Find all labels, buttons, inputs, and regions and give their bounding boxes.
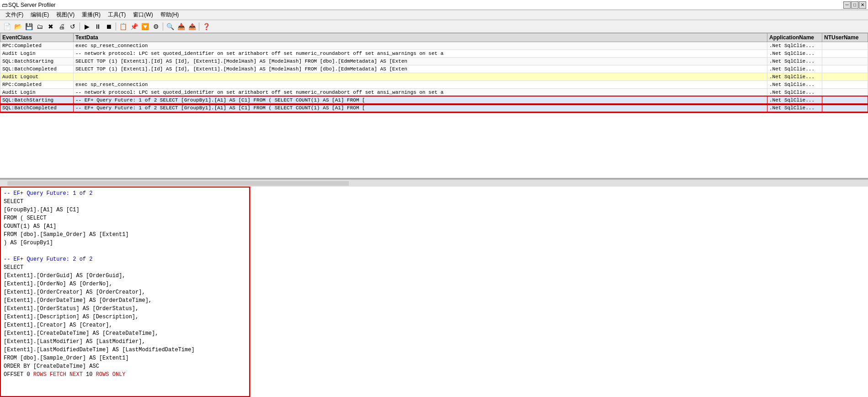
title-controls: ─ □ ✕ xyxy=(843,1,866,9)
toolbar: 📄 📂 💾 🗂 ✖ 🖨 ↺ ▶ ⏸ ⏹ 📋 📌 🔽 ⚙ 🔍 📥 📤 ❓ xyxy=(0,20,868,33)
cell-app: .Net SqlClie... xyxy=(767,50,822,58)
menu-edit[interactable]: 编辑(E) xyxy=(27,10,53,20)
minimize-button[interactable]: ─ xyxy=(843,1,851,9)
cell-nt xyxy=(822,50,868,58)
cell-text: SELECT TOP (1) [Extent1].[Id] AS [Id], [… xyxy=(74,65,767,73)
help-button[interactable]: ❓ xyxy=(201,21,211,32)
lower-panel: -- EF+ Query Future: 1 of 2SELECT [Group… xyxy=(0,187,868,397)
cell-app: .Net SqlClie... xyxy=(767,58,822,65)
cell-text: -- network protocol: LPC set quoted_iden… xyxy=(74,50,767,58)
cell-text: exec sp_reset_connection xyxy=(74,81,767,89)
cell-text: -- network protocol: LPC set quoted_iden… xyxy=(74,89,767,97)
table-row[interactable]: Audit Logout.Net SqlClie... xyxy=(0,73,868,81)
copy-button[interactable]: 📋 xyxy=(118,21,128,32)
menu-help[interactable]: 帮助(H) xyxy=(157,10,183,20)
open-button[interactable]: 📂 xyxy=(13,21,23,32)
col-header-event: EventClass xyxy=(0,33,74,42)
stop-button[interactable]: ⏹ xyxy=(104,21,114,32)
cell-event: SQL:BatchStarting xyxy=(0,58,74,65)
filter-button[interactable]: 🔽 xyxy=(140,21,150,32)
cell-event: Audit Login xyxy=(0,89,74,97)
cell-app: .Net SqlClie... xyxy=(767,42,822,50)
right-blank-panel xyxy=(250,187,868,397)
table-row[interactable]: SQL:BatchCompletedSELECT TOP (1) [Extent… xyxy=(0,65,868,73)
table-row[interactable]: Audit Login-- network protocol: LPC set … xyxy=(0,89,868,97)
cell-app: .Net SqlClie... xyxy=(767,89,822,97)
table-row[interactable]: RPC:Completedexec sp_reset_connection.Ne… xyxy=(0,42,868,50)
title-text: SQL Server Profiler xyxy=(8,2,56,8)
cell-app: .Net SqlClie... xyxy=(767,73,822,81)
sql-line: SELECT xyxy=(4,263,246,272)
cell-nt xyxy=(822,42,868,50)
print-button[interactable]: 🖨 xyxy=(57,21,67,32)
table-row[interactable]: SQL:BatchCompleted-- EF+ Query Future: 1… xyxy=(0,104,868,112)
saveas-button[interactable]: 🗂 xyxy=(35,21,45,32)
sql-line: [Extent1].[LastModifier] AS [LastModifie… xyxy=(4,338,246,346)
menu-view[interactable]: 视图(V) xyxy=(53,10,78,20)
sql-line: [Extent1].[OrderStatus] AS [OrderStatus]… xyxy=(4,305,246,313)
table-header-row: EventClass TextData ApplicationName NTUs… xyxy=(0,33,868,42)
col-header-app: ApplicationName xyxy=(767,33,822,42)
title-bar: 🗃 SQL Server Profiler ─ □ ✕ xyxy=(0,0,868,10)
cell-event: Audit Login xyxy=(0,50,74,58)
cell-app: .Net SqlClie... xyxy=(767,65,822,73)
paste-button[interactable]: 📌 xyxy=(129,21,139,32)
sql-line: [Extent1].[Creator] AS [Creator], xyxy=(4,321,246,329)
sql-line: [Extent1].[Description] AS [Description]… xyxy=(4,313,246,321)
cell-nt xyxy=(822,65,868,73)
sql-line: FROM ( SELECT xyxy=(4,214,246,222)
sql-line: [Extent1].[OrderGuid] AS [OrderGuid], xyxy=(4,272,246,280)
sql-line: [GroupBy1].[A1] AS [C1] xyxy=(4,206,246,214)
title-bar-left: 🗃 SQL Server Profiler xyxy=(2,2,56,8)
table-row[interactable]: RPC:Completedexec sp_reset_connection.Ne… xyxy=(0,81,868,89)
col-header-text: TextData xyxy=(74,33,767,42)
cell-event: SQL:BatchStarting xyxy=(0,97,74,104)
restore-button[interactable]: □ xyxy=(851,1,858,9)
table-row[interactable]: SQL:BatchStarting-- EF+ Query Future: 1 … xyxy=(0,97,868,104)
menu-file[interactable]: 文件(F) xyxy=(2,10,27,20)
menu-window[interactable]: 窗口(W) xyxy=(129,10,156,20)
sql-line: COUNT(1) AS [A1] xyxy=(4,222,246,231)
export-button[interactable]: 📤 xyxy=(187,21,197,32)
pause-button[interactable]: ⏸ xyxy=(93,21,103,32)
sql-line: [Extent1].[OrderDateTime] AS [OrderDateT… xyxy=(4,296,246,305)
cell-app: .Net SqlClie... xyxy=(767,81,822,89)
menu-replay[interactable]: 重播(R) xyxy=(78,10,104,20)
cell-event: Audit Logout xyxy=(0,73,74,81)
cell-event: RPC:Completed xyxy=(0,81,74,89)
cell-text: SELECT TOP (1) [Extent1].[Id] AS [Id], [… xyxy=(74,58,767,65)
find-button[interactable]: 🔍 xyxy=(165,21,175,32)
new-button[interactable]: 📄 xyxy=(2,21,12,32)
trace-table-area[interactable]: EventClass TextData ApplicationName NTUs… xyxy=(0,33,868,179)
undo-button[interactable]: ↺ xyxy=(68,21,78,32)
sql-code-panel[interactable]: -- EF+ Query Future: 1 of 2SELECT [Group… xyxy=(0,187,250,397)
sql-line: OFFSET 0 ROWS FETCH NEXT 10 ROWS ONLY xyxy=(4,370,246,379)
sep2 xyxy=(116,22,116,31)
col-header-nt: NTUserName xyxy=(822,33,868,42)
sql-line: [Extent1].[OrderCreator] AS [OrderCreato… xyxy=(4,288,246,296)
cell-nt xyxy=(822,89,868,97)
cell-nt xyxy=(822,81,868,89)
cell-app: .Net SqlClie... xyxy=(767,104,822,112)
sql-line: SELECT xyxy=(4,198,246,206)
import-button[interactable]: 📥 xyxy=(176,21,186,32)
horizontal-scrollbar[interactable] xyxy=(0,179,868,187)
table-row[interactable]: SQL:BatchStartingSELECT TOP (1) [Extent1… xyxy=(0,58,868,65)
close-button[interactable]: ✕ xyxy=(859,1,866,9)
cell-nt xyxy=(822,97,868,104)
menu-tools[interactable]: 工具(T) xyxy=(104,10,129,20)
cell-nt xyxy=(822,104,868,112)
table-row[interactable]: Audit Login-- network protocol: LPC set … xyxy=(0,50,868,58)
close-trace-button[interactable]: ✖ xyxy=(46,21,56,32)
sep3 xyxy=(163,22,163,31)
properties-button[interactable]: ⚙ xyxy=(151,21,161,32)
play-button[interactable]: ▶ xyxy=(82,21,92,32)
trace-table: EventClass TextData ApplicationName NTUs… xyxy=(0,33,868,112)
cell-nt xyxy=(822,58,868,65)
cell-event: RPC:Completed xyxy=(0,42,74,50)
sql-line: [Extent1].[LastModifiedDateTime] AS [Las… xyxy=(4,346,246,354)
sql-line: ) AS [GroupBy1] xyxy=(4,239,246,247)
save-button[interactable]: 💾 xyxy=(24,21,34,32)
app-icon: 🗃 xyxy=(2,2,7,8)
sql-line: [Extent1].[CreateDateTime] AS [CreateDat… xyxy=(4,329,246,338)
